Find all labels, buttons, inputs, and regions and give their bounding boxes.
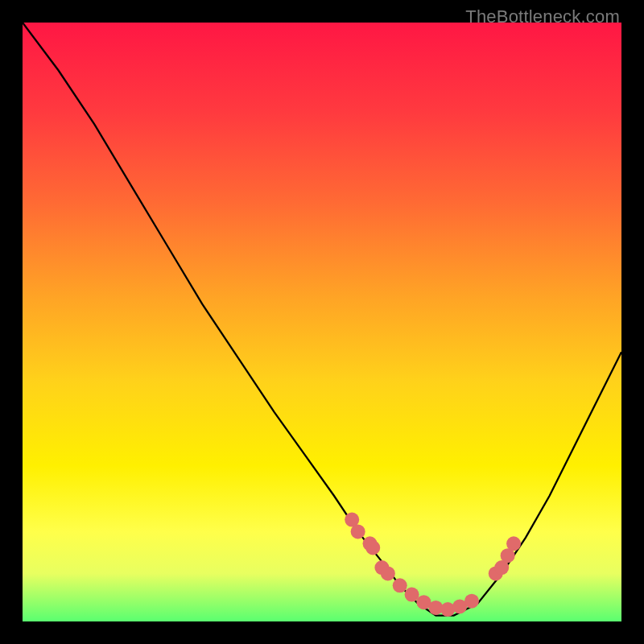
chart-svg (23, 23, 621, 621)
data-marker (381, 566, 395, 580)
plot-area (23, 23, 621, 621)
chart-container: TheBottleneck.com (0, 0, 644, 644)
data-marker (393, 578, 407, 592)
bottleneck-curve (23, 23, 621, 616)
data-marker (365, 540, 380, 555)
watermark: TheBottleneck.com (465, 6, 620, 27)
data-marker (405, 588, 419, 602)
data-marker (351, 524, 365, 539)
data-marker (464, 594, 479, 609)
data-marker (506, 536, 521, 551)
